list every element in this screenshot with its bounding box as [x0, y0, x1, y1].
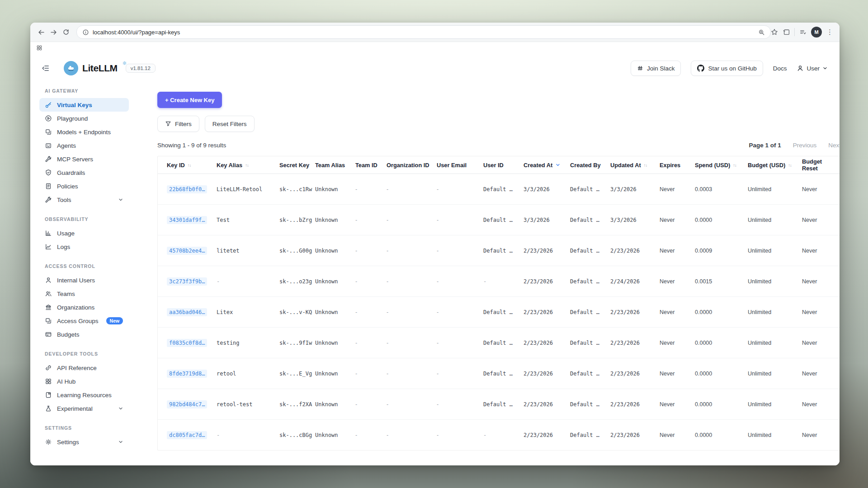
cell-secret-key: sk-...bZrg [279, 217, 315, 223]
cell-spend-usd-: 0.0000 [695, 432, 748, 438]
cell-team-alias: Unknown [315, 432, 355, 438]
table-row: 3c273f3f9b…-sk-...o23gUnknown----2/23/20… [158, 266, 840, 297]
sidebar-item-api-reference[interactable]: API Reference [39, 361, 129, 375]
key-id-link[interactable]: 34301daf9f… [167, 216, 207, 224]
sidebar-item-ai-hub[interactable]: AI Hub [39, 375, 129, 388]
docs-link[interactable]: Docs [773, 65, 787, 72]
reload-icon[interactable] [61, 26, 71, 38]
key-id-link[interactable]: 8fde3719d8… [167, 370, 207, 378]
column-header-user-email: User Email [437, 162, 483, 169]
column-header-key-id[interactable]: Key ID↑↓ [167, 162, 217, 169]
sidebar-item-models-endpoints[interactable]: Models + Endpoints [39, 125, 129, 139]
key-id-link[interactable]: 22b68fb0f0… [167, 185, 207, 193]
cell-secret-key: sk-...f2XA [279, 401, 315, 408]
cell-created-by: Default … [570, 401, 610, 408]
sidebar-item-mcp-servers[interactable]: MCP Servers [39, 152, 129, 166]
zoom-page-icon[interactable] [758, 29, 765, 36]
cell-user-email: - [437, 248, 483, 254]
address-bar[interactable]: localhost:4000/ui/?page=api-keys [76, 25, 771, 39]
sidebar-item-access-groups[interactable]: Access GroupsNew [39, 314, 129, 328]
sidebar-item-teams[interactable]: Teams [39, 287, 129, 300]
previous-page-button[interactable]: Previous [793, 142, 817, 149]
sidebar-collapse-icon[interactable] [39, 62, 52, 75]
sidebar-item-learning-resources[interactable]: Learning Resources [39, 388, 129, 402]
sidebar-item-label: AI Hub [57, 378, 75, 385]
back-icon[interactable] [37, 26, 46, 38]
cell-user-email: - [437, 217, 483, 223]
sort-icon[interactable]: ↑↓ [733, 163, 736, 168]
link-icon [45, 364, 52, 371]
sidebar-item-budgets[interactable]: Budgets [39, 328, 129, 341]
cell-key-alias: LiteLLM-Retool [217, 186, 279, 192]
sidebar-item-internal-users[interactable]: Internal Users [39, 273, 129, 287]
column-header-team-id: Team ID [355, 162, 387, 169]
cell-expires: Never [660, 432, 695, 438]
key-id-link[interactable]: aa36bad046… [167, 308, 207, 316]
create-new-key-button[interactable]: + Create New Key [157, 92, 222, 108]
cell-expires: Never [660, 340, 695, 346]
cell-updated-at: 2/23/2026 [610, 248, 660, 254]
cell-budget-reset: Never [802, 401, 840, 408]
sidebar-item-tools[interactable]: Tools [39, 193, 129, 206]
sidebar-item-agents[interactable]: Agents [39, 139, 129, 152]
key-id-link[interactable]: 982bd484c7… [167, 400, 207, 408]
cell-updated-at: 3/3/2026 [610, 217, 660, 223]
forward-icon[interactable] [49, 26, 58, 38]
apps-grid-icon[interactable] [36, 45, 42, 51]
filters-button[interactable]: Filters [157, 116, 199, 132]
sidebar-item-guardrails[interactable]: Guardrails [39, 166, 129, 179]
sidebar-item-organizations[interactable]: Organizations [39, 300, 129, 314]
star-github-button[interactable]: Star us on GitHub [691, 61, 763, 76]
browser-menu-icon[interactable]: ⋮ [826, 28, 833, 36]
column-header-team-alias: Team Alias [315, 162, 355, 169]
user-menu[interactable]: User [797, 65, 828, 72]
cell-budget-usd-: Unlimited [748, 401, 802, 408]
key-id-link[interactable]: dc805fac7d… [167, 431, 207, 439]
sort-icon[interactable]: ↑↓ [788, 163, 792, 168]
sidebar-item-playground[interactable]: Playground [39, 112, 129, 125]
cell-organization-id: - [387, 371, 437, 377]
sidebar-item-experimental[interactable]: Experimental [39, 402, 129, 415]
reset-filters-button[interactable]: Reset Filters [205, 116, 255, 132]
column-header-created-at[interactable]: Created At [524, 162, 570, 169]
sidebar-item-usage[interactable]: Usage [39, 226, 129, 240]
cell-spend-usd-: 0.0009 [695, 248, 748, 254]
site-info-icon[interactable] [82, 29, 89, 36]
table-row: 8fde3719d8…retoolsk-...E_VgUnknown---Def… [158, 358, 840, 389]
next-page-button[interactable]: Next [828, 142, 840, 149]
bookmark-star-icon[interactable] [771, 28, 778, 36]
sort-desc-icon[interactable] [555, 162, 561, 168]
key-id-link[interactable]: 45708b2ee4… [167, 247, 207, 255]
key-id-link[interactable]: 3c273f3f9b… [167, 277, 207, 286]
extensions-icon[interactable] [783, 28, 790, 36]
snowflake-icon: ❄ [123, 60, 127, 66]
column-header-key-alias[interactable]: Key Alias↑↓ [217, 162, 279, 169]
sort-icon[interactable]: ↑↓ [188, 163, 191, 168]
column-header-budget-usd-[interactable]: Budget (USD)↑↓ [748, 162, 802, 169]
cell-budget-reset: Never [802, 309, 840, 315]
cell-budget-reset: Never [802, 432, 840, 438]
sidebar-item-policies[interactable]: Policies [39, 179, 129, 193]
browser-profile-avatar[interactable]: M [811, 27, 822, 38]
cell-key-alias: Test [217, 217, 279, 223]
sidebar-section: SETTINGSSettings [39, 425, 129, 449]
sidebar-item-label: Models + Endpoints [57, 129, 111, 136]
sidebar-item-settings[interactable]: Settings [39, 435, 129, 449]
reading-list-icon[interactable] [799, 28, 807, 36]
join-slack-button[interactable]: Join Slack [631, 61, 681, 76]
cell-team-id: - [355, 248, 387, 254]
sidebar-item-logs[interactable]: Logs [39, 240, 129, 253]
sidebar-item-virtual-keys[interactable]: Virtual Keys [39, 98, 129, 112]
column-header-spend-usd-[interactable]: Spend (USD)↑↓ [695, 162, 748, 169]
key-id-link[interactable]: f0835c0f8d… [167, 339, 207, 347]
sort-icon[interactable]: ↑↓ [245, 163, 249, 168]
agent-icon [45, 142, 52, 149]
cell-key-id: aa36bad046… [167, 308, 217, 316]
column-header-updated-at[interactable]: Updated At↑↓ [610, 162, 660, 169]
cell-budget-reset: Never [802, 278, 840, 285]
sort-icon[interactable]: ↑↓ [644, 163, 647, 168]
cell-organization-id: - [387, 309, 437, 315]
cell-user-email: - [437, 186, 483, 192]
cell-key-id: 3c273f3f9b… [167, 277, 217, 286]
cell-key-id: 8fde3719d8… [167, 370, 217, 378]
